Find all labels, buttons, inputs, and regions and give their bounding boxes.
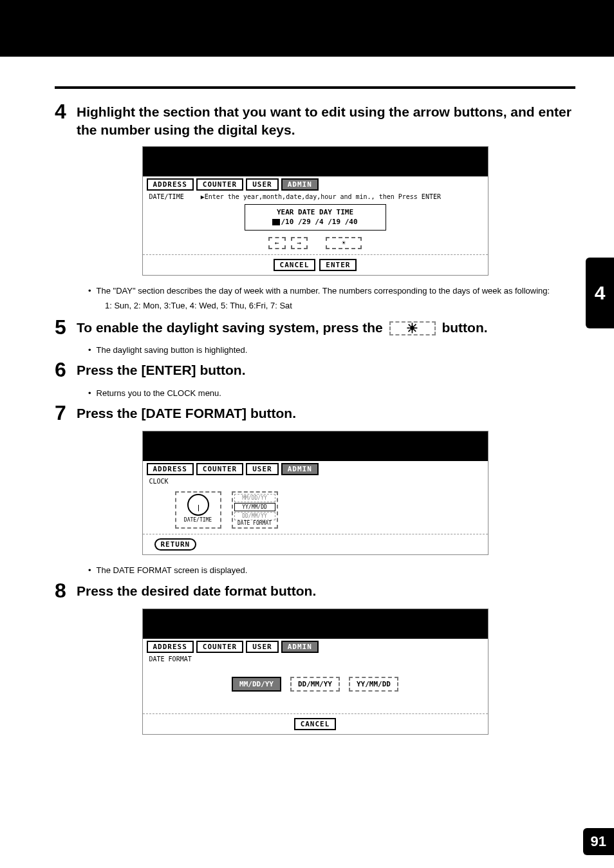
date-entry-box: YEAR DATE DAY TIME /10 /29 /4 /19 /40 — [245, 204, 386, 231]
step4-note: • The "DAY" section describes the day of… — [88, 285, 575, 297]
tab-counter[interactable]: COUNTER — [196, 178, 243, 191]
step-8: 8 Press the desired date format button. — [55, 580, 575, 602]
fmt-opt-3: DD/MM/YY — [234, 512, 275, 520]
return-button[interactable]: RETURN — [154, 538, 197, 551]
format-mmddyy-button[interactable]: MM/DD/YY — [232, 677, 281, 692]
tab-admin[interactable]: ADMIN — [281, 641, 319, 653]
step-instruction: To enable the daylight saving system, pr… — [77, 316, 488, 339]
step-4: 4 Highlight the section that you want to… — [55, 100, 575, 140]
step5-bullet-text: The daylight saving button is highlighte… — [97, 344, 248, 357]
tab-user[interactable]: USER — [246, 178, 279, 191]
step5-text-before: To enable the daylight saving system, pr… — [77, 320, 383, 335]
step5-text-after: button. — [442, 320, 487, 335]
format-ddmmyy-button[interactable]: DD/MM/YY — [290, 677, 340, 692]
step7-bullet-text: The DATE FORMAT screen is displayed. — [97, 564, 248, 577]
screenshot-clock: ADDRESS COUNTER USER ADMIN CLOCK DATE/TI… — [142, 431, 488, 555]
bullet-dot: • — [88, 344, 91, 357]
divider — [55, 86, 575, 89]
screen-topbar — [143, 431, 488, 461]
screen-prompt: ▶Enter the year,month,date,day,hour and … — [201, 193, 441, 200]
sun-icon: ☀ — [406, 319, 418, 337]
step-number: 4 — [55, 100, 77, 140]
screenshot-date-time: ADDRESS COUNTER USER ADMIN DATE/TIME ▶En… — [142, 146, 488, 276]
format-yymmdd-button[interactable]: YY/MM/DD — [349, 677, 398, 692]
date-time-label: DATE/TIME — [178, 517, 219, 523]
arrow-right-button[interactable]: → — [291, 237, 308, 249]
fmt-opt-2: YY/MM/DD — [234, 503, 275, 511]
screen-tabs: ADDRESS COUNTER USER ADMIN — [143, 461, 488, 475]
date-format-label: DATE FORMAT — [234, 520, 275, 526]
cancel-button[interactable]: CANCEL — [274, 259, 316, 271]
step4-note-line2: 1: Sun, 2: Mon, 3:Tue, 4: Wed, 5: Thu, 6… — [105, 299, 575, 312]
step6-note: • Returns you to the CLOCK menu. — [88, 387, 575, 400]
fields-header: YEAR DATE DAY TIME — [250, 207, 380, 217]
tab-user[interactable]: USER — [246, 641, 279, 653]
bullet-dot: • — [88, 285, 91, 297]
step-instruction: Press the desired date format button. — [77, 580, 316, 602]
tab-address[interactable]: ADDRESS — [147, 178, 194, 191]
screen-label: DATE/TIME — [149, 193, 184, 200]
cursor-icon — [272, 219, 280, 225]
fields-values: /10 /29 /4 /19 /40 — [281, 218, 357, 226]
step7-note: • The DATE FORMAT screen is displayed. — [88, 564, 575, 577]
screen-label: DATE FORMAT — [149, 656, 481, 663]
step-7: 7 Press the [DATE FORMAT] button. — [55, 402, 575, 424]
date-format-button[interactable]: MM/DD/YY YY/MM/DD DD/MM/YY DATE FORMAT — [232, 491, 278, 529]
tab-address[interactable]: ADDRESS — [147, 463, 194, 475]
step-6: 6 Press the [ENTER] button. — [55, 359, 575, 381]
tab-admin[interactable]: ADMIN — [281, 178, 319, 191]
tab-user[interactable]: USER — [246, 463, 279, 475]
page-number: 91 — [583, 828, 614, 855]
chapter-tab: 4 — [586, 258, 614, 328]
screen-label: CLOCK — [149, 478, 481, 485]
step5-note: • The daylight saving button is highligh… — [88, 344, 575, 357]
tab-counter[interactable]: COUNTER — [196, 463, 243, 475]
clock-icon — [187, 494, 209, 516]
step-instruction: Press the [DATE FORMAT] button. — [77, 402, 296, 424]
screen-topbar — [143, 609, 488, 639]
arrow-left-button[interactable]: ← — [268, 237, 286, 249]
step4-bullet-text: The "DAY" section describes the day of w… — [97, 285, 550, 297]
step6-bullet-text: Returns you to the CLOCK menu. — [97, 387, 221, 400]
screen-tabs: ADDRESS COUNTER USER ADMIN — [143, 176, 488, 191]
screenshot-date-format: ADDRESS COUNTER USER ADMIN DATE FORMAT M… — [142, 609, 488, 735]
step-instruction: Highlight the section that you want to e… — [77, 100, 575, 140]
step-number: 6 — [55, 359, 77, 381]
screen-topbar — [143, 147, 488, 176]
screen-tabs: ADDRESS COUNTER USER ADMIN — [143, 639, 488, 653]
bullet-dot: • — [88, 564, 91, 577]
step-number: 7 — [55, 402, 77, 424]
step-5: 5 To enable the daylight saving system, … — [55, 316, 575, 339]
page-content: 4 Highlight the section that you want to… — [0, 57, 614, 735]
step-instruction: Press the [ENTER] button. — [77, 359, 246, 381]
date-time-button[interactable]: DATE/TIME — [175, 491, 221, 529]
step-number: 5 — [55, 316, 77, 339]
fmt-opt-1: MM/DD/YY — [234, 494, 275, 502]
enter-button[interactable]: ENTER — [319, 259, 357, 271]
dst-button[interactable]: ☀ — [326, 237, 362, 249]
step-number: 8 — [55, 580, 77, 602]
dst-inline-button[interactable]: ☀ — [389, 321, 436, 335]
page-header-band — [0, 0, 614, 57]
tab-admin[interactable]: ADMIN — [281, 463, 319, 475]
tab-counter[interactable]: COUNTER — [196, 641, 243, 653]
tab-address[interactable]: ADDRESS — [147, 641, 194, 653]
bullet-dot: • — [88, 387, 91, 400]
cancel-button[interactable]: CANCEL — [294, 718, 337, 730]
